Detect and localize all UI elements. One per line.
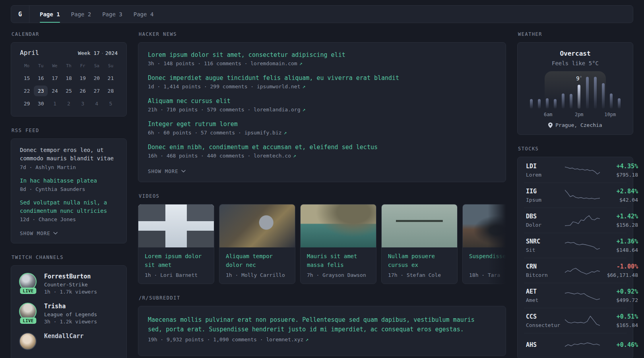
hackernews-card: Lorem ipsum dolor sit amet, consectetur … — [138, 42, 506, 182]
hn-item-meta: 21h · 710 points · 579 comments · loreml… — [148, 107, 496, 113]
hackernews-show-more-button[interactable]: SHOW MORE — [148, 168, 186, 174]
middle-column: HACKER NEWS Lorem ipsum dolor sit amet, … — [138, 31, 506, 358]
stock-row[interactable]: AETAmet+0.92%$499.72 — [524, 283, 627, 308]
calendar-weekday: Fr — [76, 62, 90, 70]
twitch-channel-name[interactable]: Trisha — [44, 303, 97, 310]
chevron-down-icon — [181, 170, 186, 173]
calendar-day: 29 — [20, 98, 34, 109]
rss-item-meta: 12d · Chance Jones — [20, 216, 118, 222]
stock-info: LDILorem — [526, 163, 565, 178]
weather-bar — [538, 99, 541, 109]
weather-current-temp: 9° — [576, 75, 582, 82]
subreddit-post-title[interactable]: Maecenas mollis pulvinar erat non posuer… — [148, 315, 490, 334]
stock-ticker: IIG — [526, 188, 565, 195]
stock-info: CCSConsectetur — [526, 313, 565, 328]
video-card[interactable]: Mauris sit amet massa felis7h · Grayson … — [300, 204, 376, 284]
nav-tabs: Page 1 Page 2 Page 3 Page 4 — [29, 6, 153, 23]
sparkline-chart — [565, 163, 600, 178]
calendar-day: 20 — [90, 73, 104, 84]
weather-bar — [594, 77, 597, 109]
hn-item-title[interactable]: Integer eget rutrum lorem — [148, 121, 496, 128]
twitch-channel-name[interactable]: ForrestBurton — [44, 273, 97, 280]
calendar-day: 1 — [48, 98, 62, 109]
hn-item: Donec imperdiet augue tincidunt felis al… — [148, 74, 496, 90]
tab-page-4[interactable]: Page 4 — [134, 6, 154, 23]
calendar-card: April Week 17·2024 MoTuWeThFrSaSu1516171… — [11, 42, 127, 117]
calendar-weekday: Sa — [90, 62, 104, 70]
stock-info: AHS — [526, 341, 565, 350]
twitch-channel-name[interactable]: KendallCarr — [44, 333, 83, 340]
rss-item: Sed volutpat nulla nisl, a condimentum n… — [20, 198, 118, 223]
stock-sparkline — [565, 238, 600, 253]
calendar-grid: MoTuWeThFrSaSu15161718192021222324252627… — [20, 62, 118, 109]
sparkline-chart — [565, 238, 600, 253]
weather-time-label: 10pm — [604, 112, 616, 117]
subreddit-widget: /R/SUBREDDIT Maecenas mollis pulvinar er… — [138, 295, 506, 356]
calendar-day: 18 — [62, 73, 76, 84]
stock-ticker: CRN — [526, 263, 565, 270]
rss-widget-title: RSS FEED — [12, 128, 127, 133]
stock-row[interactable]: LDILorem+4.35%$795.18 — [524, 158, 627, 183]
stock-row[interactable]: DBSDolor+1.42%$156.28 — [524, 208, 627, 233]
rss-item-title[interactable]: Donec tempor eros leo, ut commodo mauris… — [20, 146, 118, 163]
weather-bar — [610, 93, 613, 109]
twitch-channel-row[interactable]: KendallCarr — [19, 333, 118, 350]
stock-ticker: AHS — [526, 341, 565, 348]
stock-row[interactable]: CCSConsectetur+0.51%$165.84 — [524, 308, 627, 333]
twitch-channel-row[interactable]: LIVEForrestBurtonCounter-Strike1h · 1.7k… — [19, 273, 118, 295]
tab-page-2[interactable]: Page 2 — [71, 6, 91, 23]
hackernews-widget-title: HACKER NEWS — [139, 31, 506, 37]
stock-name: Lorem — [526, 172, 565, 178]
stocks-widget-title: STOCKS — [518, 146, 633, 152]
stock-name: Consectetur — [526, 322, 565, 328]
stock-row[interactable]: SNRCSit+1.36%$148.64 — [524, 233, 627, 258]
hn-item-title[interactable]: Aliquam nec cursus elit — [148, 97, 496, 105]
twitch-channel-row[interactable]: LIVETrishaLeague of Legends3h · 1.2k vie… — [19, 303, 118, 325]
weather-bar — [570, 94, 572, 109]
video-title[interactable]: Suspendisse diam — [469, 252, 506, 270]
video-title[interactable]: Lorem ipsum dolor sit amet consectetu… — [145, 252, 208, 270]
calendar-weekday: We — [48, 62, 62, 70]
hn-item-title[interactable]: Lorem ipsum dolor sit amet, consectetur … — [148, 51, 496, 58]
stock-change: +1.42% — [600, 213, 638, 220]
rss-show-more-button[interactable]: SHOW MORE — [20, 230, 58, 236]
stock-sparkline — [565, 288, 600, 303]
hn-item-title[interactable]: Donec enim nibh, condimentum et accumsan… — [148, 144, 496, 151]
video-card[interactable]: Aliquam tempor dolor nec pharetra…1h · M… — [219, 204, 295, 284]
video-card-body: Aliquam tempor dolor nec pharetra…1h · M… — [219, 247, 295, 284]
video-title[interactable]: Aliquam tempor dolor nec pharetra… — [226, 252, 289, 270]
calendar-day: 24 — [48, 86, 62, 96]
hn-item-title[interactable]: Donec imperdiet augue tincidunt felis al… — [148, 74, 496, 82]
calendar-day: 17 — [48, 73, 62, 84]
videos-widget: VIDEOS Lorem ipsum dolor sit amet consec… — [138, 193, 506, 284]
video-title[interactable]: Mauris sit amet massa felis — [307, 252, 370, 270]
stock-row[interactable]: CRNBitcorn-1.00%$66,171.48 — [524, 258, 627, 283]
stock-ticker: AET — [526, 288, 565, 295]
weather-bar — [618, 98, 621, 109]
calendar-day: 2 — [62, 98, 76, 109]
stock-row[interactable]: IIGIpsum+2.84%$42.04 — [524, 183, 627, 208]
calendar-weekday: Th — [62, 62, 76, 70]
video-card[interactable]: Nullam posuere cursus ex17h · Stefan Col… — [381, 204, 458, 284]
weather-hourly-chart: 9°6am2pm10pm — [529, 71, 622, 117]
video-card[interactable]: Lorem ipsum dolor sit amet consectetu…1h… — [138, 204, 214, 284]
video-card[interactable]: Suspendisse diam18h · Tara — [462, 204, 506, 284]
calendar-day: 30 — [34, 98, 48, 109]
weather-location-row: Prague, Czechia — [526, 122, 625, 128]
video-title[interactable]: Nullam posuere cursus ex — [388, 252, 451, 270]
stock-row[interactable]: AHS+0.46% — [524, 333, 627, 358]
stock-sparkline — [565, 313, 600, 328]
rss-widget: RSS FEED Donec tempor eros leo, ut commo… — [11, 128, 127, 243]
rss-list: Donec tempor eros leo, ut commodo mauris… — [20, 146, 118, 222]
tab-page-3[interactable]: Page 3 — [102, 6, 122, 23]
location-pin-icon — [548, 123, 553, 128]
app-logo[interactable]: G — [11, 6, 29, 23]
hn-item: Donec enim nibh, condimentum et accumsan… — [148, 144, 496, 159]
twitch-widget: TWITCH CHANNELS LIVEForrestBurtonCounter… — [11, 255, 127, 358]
tab-page-1[interactable]: Page 1 — [40, 6, 60, 23]
rss-item-title[interactable]: In hac habitasse platea — [20, 177, 118, 185]
avatar — [19, 333, 37, 350]
video-card-body: Suspendisse diam18h · Tara — [463, 247, 506, 284]
rss-item-title[interactable]: Sed volutpat nulla nisl, a condimentum n… — [20, 198, 118, 216]
hn-item: Integer eget rutrum lorem6h · 60 points … — [148, 121, 496, 136]
